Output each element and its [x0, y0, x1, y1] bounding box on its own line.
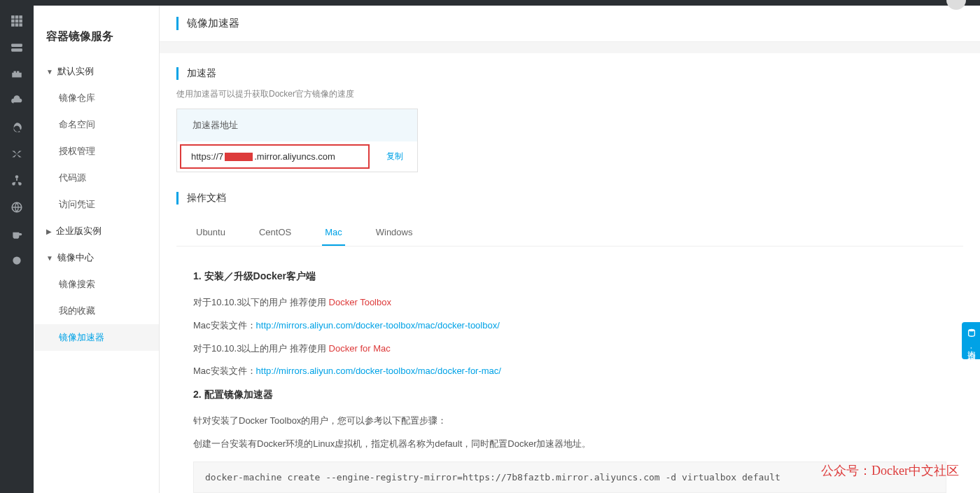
- tab-ubuntu[interactable]: Ubuntu: [193, 220, 228, 246]
- svg-rect-2: [19, 15, 22, 19]
- address-label: 加速器地址: [177, 109, 417, 141]
- section-title-docs: 操作文档: [176, 192, 963, 204]
- icon-rail: [0, 0, 34, 493]
- sidebar-item-repos[interactable]: 镜像仓库: [34, 85, 159, 111]
- svg-rect-4: [15, 20, 19, 23]
- sidebar-item-favorites[interactable]: 我的收藏: [34, 298, 159, 324]
- accelerator-desc: 使用加速器可以提升获取Docker官方镜像的速度: [176, 88, 963, 100]
- doc-line: 针对安装了Docker Toolbox的用户，您可以参考以下配置步骤：: [193, 414, 946, 429]
- doc-line: Mac安装文件：http://mirrors.aliyun.com/docker…: [193, 319, 946, 333]
- svg-rect-9: [11, 43, 22, 47]
- docker-toolbox-text: Docker Toolbox: [329, 297, 391, 307]
- globe-icon[interactable]: [10, 200, 24, 214]
- docs-tabs: Ubuntu CentOS Mac Windows: [176, 213, 963, 246]
- page-title: 镜像加速器: [176, 17, 963, 30]
- svg-rect-5: [19, 20, 22, 23]
- sidebar-item-credentials[interactable]: 访问凭证: [34, 191, 159, 218]
- svg-rect-10: [11, 48, 22, 52]
- sidebar-item-accelerator[interactable]: 镜像加速器: [34, 324, 159, 351]
- doc-body: 1. 安装／升级Docker客户端 对于10.10.3以下的用户 推荐使用 Do…: [176, 246, 963, 493]
- svg-rect-0: [11, 15, 15, 19]
- page-header: 镜像加速器: [160, 6, 980, 42]
- svg-rect-1: [15, 15, 19, 19]
- tab-centos[interactable]: CentOS: [256, 220, 294, 246]
- doc-line: 对于10.10.3以上的用户 推荐使用 Docker for Mac: [193, 342, 946, 356]
- doc-line: Mac安装文件：http://mirrors.aliyun.com/docker…: [193, 364, 946, 379]
- nodes-icon[interactable]: [10, 174, 24, 188]
- chevron-down-icon: ▼: [46, 68, 53, 76]
- sidebar-item-namespace[interactable]: 命名空间: [34, 111, 159, 138]
- coffee-icon[interactable]: [10, 227, 24, 241]
- chevron-down-icon: ▼: [46, 254, 53, 262]
- sidebar-item-source[interactable]: 代码源: [34, 165, 159, 191]
- server-icon[interactable]: [10, 41, 24, 55]
- sidebar: 容器镜像服务 ▼默认实例 镜像仓库 命名空间 授权管理 代码源 访问凭证 ▶企业…: [34, 0, 160, 493]
- svg-point-15: [13, 256, 20, 264]
- tree-default-instance[interactable]: ▼默认实例: [34, 58, 159, 85]
- cloud-icon[interactable]: [10, 94, 24, 108]
- sidebar-item-search[interactable]: 镜像搜索: [34, 271, 159, 298]
- svg-rect-6: [11, 23, 15, 27]
- chevron-right-icon: ▶: [46, 228, 52, 235]
- circle-icon[interactable]: [10, 254, 24, 268]
- container-icon[interactable]: [10, 67, 24, 81]
- docker-for-mac-link[interactable]: http://mirrors.aliyun.com/docker-toolbox…: [256, 366, 501, 376]
- svg-rect-8: [19, 23, 22, 27]
- address-field[interactable]: https://7.mirror.aliyuncs.com: [180, 144, 370, 169]
- database-icon: [967, 328, 976, 338]
- svg-point-11: [15, 175, 19, 179]
- doc-heading-2: 2. 配置镜像加速器: [193, 389, 946, 401]
- watermark: 公众号：Docker中文社区: [821, 462, 959, 479]
- tab-windows[interactable]: Windows: [373, 220, 416, 246]
- address-box: 加速器地址 https://7.mirror.aliyuncs.com 复制: [176, 109, 418, 172]
- docker-for-mac-text: Docker for Mac: [329, 343, 391, 354]
- tab-mac[interactable]: Mac: [322, 220, 345, 246]
- copy-link[interactable]: 复制: [372, 151, 417, 162]
- apps-icon[interactable]: [10, 14, 24, 28]
- doc-line: 创建一台安装有Docker环境的Linux虚拟机，指定机器名称为default，…: [193, 437, 946, 452]
- sync-icon[interactable]: [10, 120, 24, 134]
- section-title-accelerator: 加速器: [176, 67, 963, 80]
- doc-heading-1: 1. 安装／升级Docker客户端: [193, 270, 946, 283]
- sidebar-item-auth[interactable]: 授权管理: [34, 138, 159, 165]
- toolbox-link[interactable]: http://mirrors.aliyun.com/docker-toolbox…: [256, 320, 500, 331]
- sidebar-title: 容器镜像服务: [34, 21, 159, 58]
- tree-enterprise[interactable]: ▶企业版实例: [34, 218, 159, 244]
- svg-rect-3: [11, 20, 15, 23]
- address-value: https://7.mirror.aliyuncs.com: [191, 151, 335, 162]
- main-content: 镜像加速器 加速器 使用加速器可以提升获取Docker官方镜像的速度 加速器地址…: [160, 0, 980, 493]
- shuffle-icon[interactable]: [10, 147, 24, 161]
- svg-point-16: [969, 329, 975, 332]
- accelerator-panel: 加速器 使用加速器可以提升获取Docker官方镜像的速度 加速器地址 https…: [160, 53, 980, 493]
- doc-line: 对于10.10.3以下的用户 推荐使用 Docker Toolbox: [193, 296, 946, 310]
- svg-rect-7: [15, 23, 19, 27]
- feedback-button[interactable]: 咨询·建议: [962, 322, 980, 359]
- tree-image-center[interactable]: ▼镜像中心: [34, 244, 159, 271]
- redacted-segment: [225, 153, 253, 161]
